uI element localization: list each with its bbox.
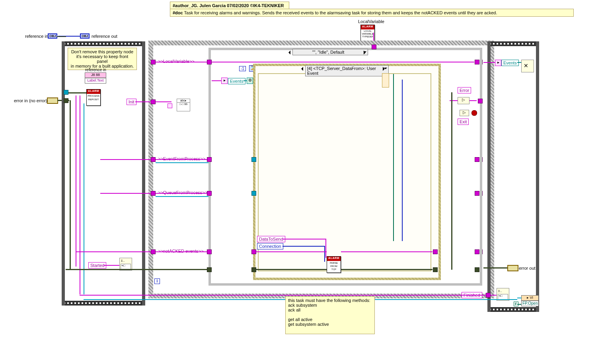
stop-terminal[interactable] [471, 110, 477, 116]
case-selector[interactable]: "", "Idle", Default [292, 49, 368, 55]
case-next-arrow[interactable] [364, 51, 368, 55]
case-tunnel-lv-l [207, 60, 212, 64]
case-tunnel-cmd-out [478, 99, 483, 103]
property-node[interactable]: J8 88 Label.Text [85, 72, 106, 84]
seq-right-border-l [487, 41, 491, 312]
reference-in-small-label: reference in [85, 68, 106, 72]
process-reposit-subvi[interactable]: ALARM PROCESS REPOSIT [86, 89, 101, 106]
seq-tunnel-err-in [64, 98, 68, 103]
case-tunnel-q-r [475, 191, 479, 196]
seq-left-border-l [62, 41, 65, 306]
shift-reg-notacked-label: >>notACKED events>> [158, 249, 203, 253]
select-arrow-1[interactable]: ▷ [458, 97, 470, 104]
register-events-node[interactable]: ⚙ [247, 78, 253, 84]
variant-const [168, 103, 172, 108]
shift-reg-event-left [151, 157, 156, 162]
shift-reg-queue-left [151, 191, 156, 196]
unbundle-arrow-right: ▸ [495, 60, 501, 66]
property-node-header: J8 88 [85, 73, 106, 78]
case-tunnel-q-l [207, 191, 212, 196]
shift-reg-queue-label: >>QueueFromProcess>> [158, 190, 207, 195]
fp-open-row: FP.Open [522, 301, 538, 306]
reference-out-label: reference out [92, 34, 117, 39]
local-variable-typedef-icon[interactable]: ALARM LOCAL VARIABLE TYPEDEF [360, 25, 375, 41]
neg1-const: -1 [239, 66, 246, 71]
unregister-events-node[interactable]: ✕ [521, 60, 534, 72]
shift-reg-event-label: >>EventFromProcess>> [158, 156, 205, 161]
seq-tunnel-finished [486, 293, 491, 298]
error-in-terminal [47, 97, 58, 104]
parse-from-tcp-text: PARSE FROM TCP [327, 261, 341, 271]
event-tunnel-err-r [433, 267, 438, 272]
todo-comment: this task must have the following method… [285, 296, 375, 334]
shift-reg-notacked-left [151, 249, 156, 254]
exit-constant: Exit [458, 119, 469, 125]
seq-right-border-r [536, 41, 539, 312]
parse-from-tcp-subvi[interactable]: ALARM PARSE FROM TCP [327, 256, 341, 273]
alarm-banner-icon: ALARM [327, 257, 341, 261]
property-node-comment: Don't remove this property node it's nec… [68, 48, 137, 70]
connection-label: Connection [257, 243, 283, 249]
event-selector-text: [4] <TCP_Server_DataFrom>: User Event [307, 66, 376, 76]
error-in-label: error in (no error) [14, 98, 47, 103]
error-constant: Error [458, 87, 471, 93]
reference-in-terminal: OBJ [48, 33, 57, 39]
loop-iteration-terminal: i [154, 278, 160, 284]
sequence-bottom-right [487, 307, 539, 312]
case-tunnel-err-l [207, 267, 212, 272]
events-unbundle-inner[interactable]: Events [228, 78, 245, 84]
sequence-bottom-left [62, 301, 145, 306]
sequence-top-right [487, 41, 539, 46]
case-selector-text: "", "Idle", Default [312, 50, 344, 55]
seq-left-border-r [142, 41, 145, 306]
shift-reg-localvar-label: >>LocalVariable>> [158, 59, 195, 64]
bundle-node[interactable]: abc▸ □-□ bb [177, 99, 190, 111]
process-reposit-text: PROCESS REPOSIT [87, 94, 100, 101]
case-tunnel-ev-r [475, 157, 479, 162]
case-tunnel-ev-l [207, 157, 212, 162]
local-variable-top-label: LocalVariable [358, 19, 384, 24]
event-prev-arrow[interactable] [299, 67, 303, 71]
tunnel-init-in [151, 99, 156, 104]
init-constant: Init [127, 99, 136, 105]
data-to-send-label: DataToSend [257, 236, 285, 242]
reference-out-terminal: OBJ [80, 33, 90, 39]
case-tunnel-err-r [475, 267, 479, 272]
property-node-row: Label.Text [85, 78, 106, 83]
loop-tunnel-localvar-top [372, 45, 376, 49]
case-tunnel-lv-r [475, 60, 479, 64]
events-unbundle-right[interactable]: Events [501, 60, 519, 66]
event-data-node[interactable] [382, 73, 389, 88]
local-var-icon-text: LOCAL VARIABLE TYPEDEF [361, 30, 374, 38]
sequence-top-left [62, 41, 145, 46]
fp-open-property-node[interactable]: ▸ VI FP.Open [521, 295, 539, 306]
error-out-terminal [507, 265, 518, 271]
case-tunnel-na-l [207, 249, 212, 254]
vi-label: VI [530, 296, 534, 300]
event-tunnel-qfp-l [251, 191, 256, 196]
shift-reg-localvar-left [151, 60, 156, 64]
select-arrow-2[interactable]: ▷ [460, 110, 469, 116]
unbundle-arrow-icon: ▸ [221, 78, 228, 84]
case-tunnel-na-r [475, 249, 479, 254]
event-tunnel-na-r [433, 249, 438, 254]
doc-comment: #doc #doc Task for receiving alarms and … [170, 9, 574, 17]
reference-in-label: reference in [25, 34, 48, 39]
event-tunnel-na-l [251, 249, 256, 254]
seq-tunnel-ref-in [64, 90, 68, 95]
case-prev-arrow[interactable] [286, 51, 290, 55]
event-next-arrow[interactable] [383, 67, 387, 71]
alarm-banner-icon: ALARM [87, 90, 100, 94]
alarm-banner-icon: ALARM [361, 25, 374, 29]
event-tunnel-evfp-l [251, 157, 256, 162]
event-tunnel-err-l [251, 267, 256, 272]
error-out-label: error out [519, 266, 536, 271]
event-selector[interactable]: [4] <TCP_Server_DataFrom>: User Event [305, 65, 389, 76]
